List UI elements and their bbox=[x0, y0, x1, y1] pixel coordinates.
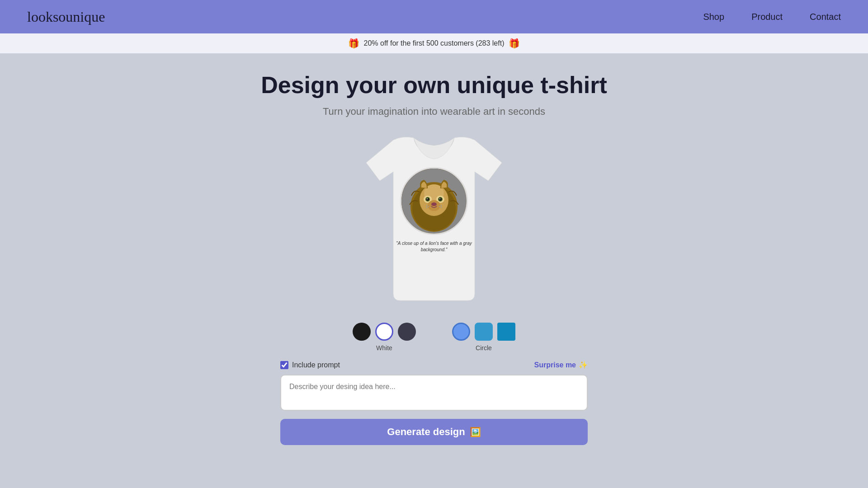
nav-contact[interactable]: Contact bbox=[810, 12, 841, 22]
nav-shop[interactable]: Shop bbox=[703, 12, 724, 22]
shape-square[interactable] bbox=[497, 323, 515, 341]
svg-point-13 bbox=[439, 198, 440, 199]
svg-point-12 bbox=[427, 198, 428, 199]
include-prompt-text: Include prompt bbox=[292, 361, 340, 369]
color-white[interactable] bbox=[375, 323, 393, 341]
shape-options bbox=[452, 323, 515, 341]
design-input-wrapper bbox=[280, 375, 588, 413]
svg-point-11 bbox=[439, 198, 442, 201]
include-prompt-checkbox[interactable] bbox=[280, 361, 288, 369]
page-subtitle: Turn your imagination into wearable art … bbox=[323, 106, 545, 117]
tshirt-prompt-text: "A close up of a lion's face with a gray… bbox=[389, 240, 479, 253]
shape-rounded[interactable] bbox=[475, 323, 493, 341]
svg-point-20 bbox=[439, 206, 440, 207]
color-black[interactable] bbox=[353, 323, 371, 341]
include-prompt-label[interactable]: Include prompt bbox=[280, 361, 340, 369]
color-label: White bbox=[376, 344, 392, 352]
gift-icon-right: 🎁 bbox=[509, 38, 520, 49]
sparkle-icon: ✨ bbox=[579, 361, 588, 369]
nav-links: Shop Product Contact bbox=[703, 12, 841, 22]
svg-point-15 bbox=[431, 202, 437, 206]
main-content: Design your own unique t-shirt Turn your… bbox=[0, 53, 868, 454]
tshirt-display: "A close up of a lion's face with a gray… bbox=[348, 131, 520, 312]
tshirt-design: "A close up of a lion's face with a gray… bbox=[389, 167, 479, 253]
nav-product[interactable]: Product bbox=[751, 12, 783, 22]
selectors-row: White Circle bbox=[353, 323, 515, 352]
svg-point-19 bbox=[441, 205, 442, 206]
color-options bbox=[353, 323, 416, 341]
shape-label: Circle bbox=[476, 344, 492, 352]
generate-button[interactable]: Generate design 🖼️ bbox=[280, 419, 588, 445]
surprise-button[interactable]: Surprise me ✨ bbox=[534, 361, 588, 369]
generate-icon: 🖼️ bbox=[470, 427, 481, 437]
svg-point-16 bbox=[426, 205, 427, 206]
promo-text: 20% off for the first 500 customers (283… bbox=[364, 39, 505, 47]
lion-image bbox=[400, 167, 468, 235]
navbar: looksounique Shop Product Contact bbox=[0, 0, 868, 33]
design-input[interactable] bbox=[280, 375, 588, 411]
options-row: Include prompt Surprise me ✨ bbox=[280, 361, 588, 369]
logo[interactable]: looksounique bbox=[27, 9, 105, 25]
page-title: Design your own unique t-shirt bbox=[261, 71, 607, 99]
generate-label: Generate design bbox=[387, 426, 465, 438]
svg-point-17 bbox=[428, 206, 429, 207]
gift-icon-left: 🎁 bbox=[348, 38, 359, 49]
surprise-label: Surprise me bbox=[534, 361, 576, 369]
svg-point-10 bbox=[426, 198, 429, 201]
color-selector-group: White bbox=[353, 323, 416, 352]
svg-point-18 bbox=[426, 207, 427, 208]
color-dark[interactable] bbox=[398, 323, 416, 341]
shape-circle[interactable] bbox=[452, 323, 470, 341]
shape-selector-group: Circle bbox=[452, 323, 515, 352]
svg-point-21 bbox=[441, 207, 442, 208]
promo-banner: 🎁 20% off for the first 500 customers (2… bbox=[0, 33, 868, 53]
